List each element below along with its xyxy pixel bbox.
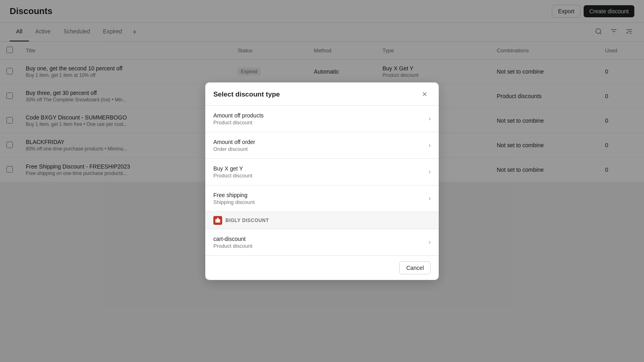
modal-item-subtitle: Product discount (213, 119, 264, 125)
modal-header: Select discount type (205, 82, 439, 106)
modal-title: Select discount type (213, 90, 280, 99)
modal-overlay[interactable]: Select discount type Amount off products… (0, 0, 644, 182)
chevron-right-icon: › (429, 168, 431, 175)
modal-item-amount-off-order[interactable]: Amount off order Order discount › (205, 132, 439, 159)
close-icon (421, 90, 428, 98)
modal-body: Amount off products Product discount › A… (205, 106, 439, 183)
modal-item-title: Amount off order (213, 139, 255, 145)
select-discount-modal: Select discount type Amount off products… (205, 82, 439, 183)
chevron-right-icon: › (429, 115, 431, 122)
modal-item-buy-x-get-y[interactable]: Buy X get Y Product discount › (205, 159, 439, 183)
chevron-right-icon: › (429, 142, 431, 149)
modal-item-subtitle: Product discount (213, 173, 252, 179)
modal-item-title: Amount off products (213, 112, 264, 119)
modal-item-title: Buy X get Y (213, 165, 252, 172)
modal-item-subtitle: Order discount (213, 146, 255, 152)
modal-close-button[interactable] (419, 90, 431, 100)
modal-item-amount-off-products[interactable]: Amount off products Product discount › (205, 106, 439, 132)
